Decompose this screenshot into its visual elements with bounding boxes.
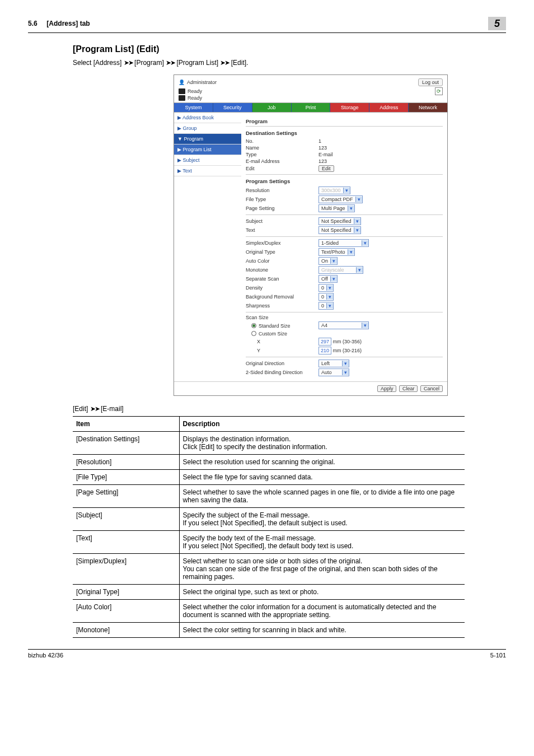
subcaption: [Edit] ➤➤ [E-mail] bbox=[73, 405, 506, 413]
admin-icon: 👤 bbox=[179, 80, 185, 85]
printer-icon bbox=[179, 88, 185, 94]
density-select[interactable]: 0▾ bbox=[318, 284, 334, 292]
cancel-button[interactable]: Cancel bbox=[420, 385, 443, 392]
simplex-select[interactable]: 1-Sided▾ bbox=[318, 239, 369, 247]
table-row: [Page Setting]Select whether to save the… bbox=[73, 485, 465, 508]
sidebar-group[interactable]: ▶ Group bbox=[174, 123, 241, 134]
chevron-down-icon: ▾ bbox=[348, 206, 354, 211]
custom-size-radio[interactable] bbox=[251, 331, 256, 336]
table-row: [Auto Color]Select whether the color inf… bbox=[73, 600, 465, 623]
pagesetting-select[interactable]: Multi Page▾ bbox=[318, 204, 355, 212]
table-row: [Subject]Specify the subject of the E-ma… bbox=[73, 508, 465, 531]
sidebar-program[interactable]: ▼ Program bbox=[174, 134, 241, 144]
table-header-item: Item bbox=[73, 417, 179, 432]
tab-job[interactable]: Job bbox=[252, 103, 292, 112]
chevron-down-icon: ▾ bbox=[343, 188, 350, 193]
sidebar-addressbook[interactable]: ▶ Address Book bbox=[174, 113, 241, 123]
tab-address[interactable]: Address bbox=[369, 103, 409, 112]
chevron-down-icon: ▾ bbox=[326, 294, 333, 300]
program-settings-heading: Program Settings bbox=[246, 178, 443, 184]
tab-system[interactable]: System bbox=[174, 103, 213, 112]
description-table: Item Description [Destination Settings]D… bbox=[73, 416, 465, 638]
x-input[interactable]: 297 bbox=[318, 338, 331, 346]
chevron-down-icon: ▾ bbox=[354, 218, 360, 224]
footer-model: bizhub 42/36 bbox=[28, 652, 63, 659]
table-row: [Text]Specify the body text of the E-mai… bbox=[73, 531, 465, 554]
table-row: [Original Type]Select the original type,… bbox=[73, 585, 465, 600]
table-row: [Destination Settings]Displays the desti… bbox=[73, 432, 465, 455]
filetype-select[interactable]: Compact PDF▾ bbox=[318, 195, 363, 203]
chevron-down-icon: ▾ bbox=[355, 197, 362, 202]
chevron-down-icon: ▾ bbox=[342, 370, 349, 375]
section-title: [Address] tab bbox=[46, 20, 90, 27]
sidebar-text[interactable]: ▶ Text bbox=[174, 166, 241, 176]
chapter-number: 5 bbox=[488, 17, 506, 30]
breadcrumb: Select [Address] ➤➤ [Program] ➤➤ [Progra… bbox=[73, 59, 506, 67]
autocolor-select[interactable]: On▾ bbox=[318, 257, 338, 265]
table-row: [File Type]Select the file type for savi… bbox=[73, 470, 465, 485]
standardsize-select[interactable]: A4▾ bbox=[318, 321, 369, 329]
origdir-select[interactable]: Left▾ bbox=[318, 360, 349, 367]
chevron-down-icon: ▾ bbox=[342, 361, 349, 366]
dest-settings-heading: Destination Settings bbox=[246, 130, 443, 136]
admin-label: Administrator bbox=[187, 80, 217, 85]
screenshot: 👤 Administrator Log out Ready ⟳ Ready Sy… bbox=[174, 74, 448, 396]
refresh-icon[interactable]: ⟳ bbox=[435, 87, 443, 95]
apply-button[interactable]: Apply bbox=[377, 385, 397, 392]
edit-button[interactable]: Edit bbox=[318, 165, 334, 172]
originaltype-select[interactable]: Text/Photo▾ bbox=[318, 248, 355, 256]
sidebar-subject[interactable]: ▶ Subject bbox=[174, 155, 241, 166]
y-input[interactable]: 210 bbox=[318, 347, 331, 354]
resolution-select[interactable]: 300x300▾ bbox=[318, 186, 350, 194]
sidebar-program-list[interactable]: ▶ Program List bbox=[174, 144, 241, 155]
ready-status-1: Ready bbox=[188, 88, 202, 94]
section-number: 5.6 bbox=[28, 20, 38, 27]
chevron-down-icon: ▾ bbox=[354, 227, 360, 233]
ready-status-2: Ready bbox=[188, 95, 202, 101]
table-row: [Simplex/Duplex]Select whether to scan o… bbox=[73, 554, 465, 585]
chevron-down-icon: ▾ bbox=[326, 285, 333, 291]
tab-storage[interactable]: Storage bbox=[330, 103, 369, 112]
footer-page: 5-101 bbox=[490, 652, 506, 659]
program-heading: Program bbox=[246, 118, 443, 124]
table-row: [Monotone]Select the color setting for s… bbox=[73, 623, 465, 638]
chevron-down-icon: ▾ bbox=[330, 258, 337, 264]
chevron-down-icon: ▾ bbox=[362, 323, 368, 328]
logout-button[interactable]: Log out bbox=[418, 78, 443, 86]
page-title: [Program List] (Edit) bbox=[73, 44, 506, 54]
chevron-down-icon: ▾ bbox=[348, 249, 354, 255]
table-header-desc: Description bbox=[179, 417, 465, 432]
chevron-down-icon: ▾ bbox=[362, 240, 368, 246]
standard-size-radio[interactable] bbox=[251, 323, 256, 328]
tab-print[interactable]: Print bbox=[292, 103, 331, 112]
tab-security[interactable]: Security bbox=[213, 103, 252, 112]
text-select[interactable]: Not Specified▾ bbox=[318, 226, 361, 234]
sharpness-select[interactable]: 0▾ bbox=[318, 302, 334, 310]
subject-select[interactable]: Not Specified▾ bbox=[318, 217, 361, 225]
table-row: [Resolution]Select the resolution used f… bbox=[73, 455, 465, 470]
chevron-down-icon: ▾ bbox=[356, 267, 363, 273]
monotone-select[interactable]: Grayscale▾ bbox=[318, 266, 363, 274]
tab-network[interactable]: Network bbox=[409, 103, 447, 112]
chevron-down-icon: ▾ bbox=[326, 303, 333, 309]
printer-icon bbox=[179, 95, 185, 101]
sepscan-select[interactable]: Off▾ bbox=[318, 275, 338, 283]
chevron-down-icon: ▾ bbox=[330, 276, 337, 282]
bgremove-select[interactable]: 0▾ bbox=[318, 293, 334, 301]
binddir-select[interactable]: Auto▾ bbox=[318, 368, 349, 376]
clear-button[interactable]: Clear bbox=[399, 385, 418, 392]
